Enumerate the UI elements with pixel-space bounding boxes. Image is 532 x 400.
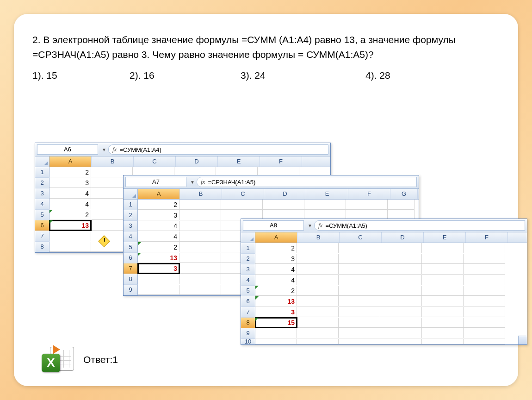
cell[interactable]: 2 [49,167,91,177]
col-header-b[interactable]: B [92,156,134,167]
cell[interactable] [339,286,380,296]
cell[interactable] [422,307,464,317]
cell[interactable] [380,307,422,317]
cell[interactable] [422,286,464,296]
cell[interactable] [49,242,91,252]
cell[interactable]: 4 [255,275,297,285]
row-header[interactable]: 7 [35,231,49,242]
cell[interactable] [297,339,339,344]
cell[interactable]: 2 [255,286,297,296]
cell[interactable] [297,328,339,338]
cell[interactable] [339,243,380,253]
name-box-dropdown-icon[interactable]: ▼ [306,223,314,228]
select-all-corner[interactable] [124,189,138,199]
name-box-dropdown-icon[interactable]: ▼ [188,180,197,185]
name-box-dropdown-icon[interactable]: ▼ [100,147,108,152]
cell[interactable] [297,286,339,296]
cell-active[interactable]: 13 [49,220,91,231]
cell[interactable] [339,307,380,317]
cell[interactable] [297,254,339,264]
cell[interactable] [464,275,505,285]
col-header-e[interactable]: E [218,156,260,167]
row-header[interactable]: 6 [124,253,138,263]
cell[interactable]: 3 [138,210,179,220]
cell[interactable] [297,296,339,306]
cell[interactable] [297,275,339,285]
row-header[interactable]: 7 [124,263,138,274]
cell[interactable]: 3 [255,307,297,317]
col-header-a[interactable]: A [255,232,297,243]
col-header-c[interactable]: C [222,189,264,199]
row-header[interactable]: 2 [35,178,49,188]
row-header[interactable]: 7 [241,307,255,318]
cell[interactable] [179,200,221,210]
cell[interactable] [464,307,505,317]
name-box[interactable]: A8 [243,220,304,231]
col-header-g[interactable]: G [390,189,418,199]
col-header-b[interactable]: B [297,232,340,243]
cell[interactable]: 4 [49,188,91,199]
formula-input[interactable]: fx =СРЗНАЧ(A1:A5) [197,177,417,187]
cell[interactable]: 4 [138,221,179,231]
cell[interactable]: 3 [49,178,91,188]
row-header[interactable]: 4 [124,231,138,242]
row-header[interactable]: 6 [241,296,255,307]
cell[interactable] [464,296,505,306]
cell-active[interactable]: 3 [138,263,179,274]
cell[interactable] [380,339,422,344]
cell[interactable]: 3 [255,254,297,264]
cell[interactable]: 4 [255,264,297,275]
row-header[interactable]: 5 [35,210,49,220]
col-header-e[interactable]: E [424,232,466,243]
cell[interactable]: 2 [255,243,297,253]
name-box[interactable]: A6 [37,144,98,155]
fx-icon[interactable]: fx [201,178,205,186]
row-header[interactable]: 2 [124,210,138,221]
cell[interactable] [422,328,464,338]
cell[interactable] [263,200,304,210]
formula-input[interactable]: fx =СУММ(A1:A5) [314,220,525,231]
cell[interactable]: 13 [138,253,179,263]
row-header[interactable]: 4 [35,199,49,210]
cell[interactable] [380,243,422,253]
cell[interactable]: 2 [49,210,91,220]
cell[interactable] [304,200,346,210]
select-all-corner[interactable] [241,232,255,243]
col-header-d[interactable]: D [382,232,424,243]
row-header[interactable]: 2 [241,254,255,264]
col-header-c[interactable]: C [134,156,176,167]
formula-input[interactable]: fx =СУММ(A1:A4) [108,144,328,155]
cell[interactable] [380,318,422,328]
cell[interactable] [179,253,221,263]
row-header[interactable]: 9 [241,328,255,339]
cell[interactable] [346,200,388,210]
cell[interactable] [339,339,380,344]
cell[interactable] [255,328,297,338]
cell[interactable] [339,296,380,306]
cell[interactable] [179,231,221,242]
col-header-a[interactable]: A [49,156,92,167]
cell[interactable] [380,286,422,296]
row-header[interactable]: 8 [124,274,138,285]
cell[interactable] [179,285,221,295]
select-all-corner[interactable] [35,156,49,167]
row-header[interactable]: 3 [241,264,255,275]
cell[interactable] [297,264,339,275]
cell[interactable] [297,243,339,253]
cell[interactable] [339,254,380,264]
cell[interactable] [339,275,380,285]
col-header-f[interactable]: F [466,232,508,243]
cell[interactable] [464,254,505,264]
row-header[interactable]: 5 [124,242,138,253]
cell[interactable]: 4 [138,231,179,242]
col-header-f[interactable]: F [260,156,302,167]
cell[interactable] [179,274,221,284]
cell[interactable] [179,221,221,231]
cell[interactable] [464,243,505,253]
cell[interactable] [422,254,464,264]
cell[interactable] [339,318,380,328]
cell[interactable] [339,328,380,338]
cell[interactable] [297,307,339,317]
cell[interactable] [380,264,422,275]
cell[interactable] [464,328,505,338]
